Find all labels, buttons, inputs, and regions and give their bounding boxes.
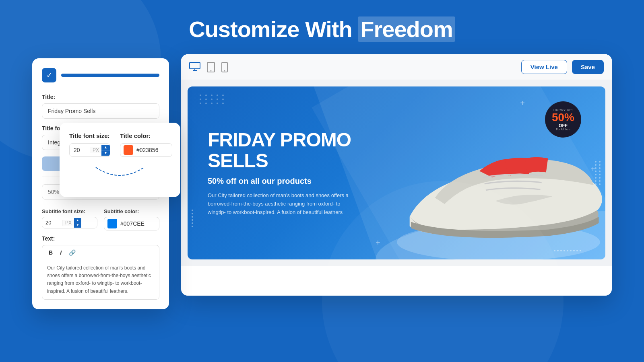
subtitle-color-hex-input[interactable] <box>120 220 153 227</box>
bold-button[interactable]: B <box>47 249 54 257</box>
subtitle-font-unit: PX <box>62 220 74 226</box>
banner-subtitle: 50% off on all our products <box>208 177 397 186</box>
banner-dots-right <box>595 161 601 185</box>
text-editor-content[interactable]: Our City tailored collection of man's bo… <box>42 260 159 300</box>
badge-off-text: OFF <box>559 123 568 128</box>
banner-plus-bottom-center: + <box>376 238 380 247</box>
banner-text: Our City tailored collection of man's bo… <box>208 191 353 216</box>
floating-panel-row: Title font size: PX ▲ ▼ Title color: <box>69 132 171 157</box>
banner-dots-top-left <box>200 95 225 104</box>
save-button[interactable]: Save <box>572 60 604 74</box>
title-font-size-input[interactable] <box>70 144 90 156</box>
banner: + + + <box>188 86 605 259</box>
tablet-device-icon[interactable] <box>207 62 215 72</box>
preview-panel: View Live Save + <box>181 54 612 296</box>
editor-logo-icon: ✓ <box>42 68 56 82</box>
banner-preview: + + + <box>181 80 612 266</box>
floating-panel: Title font size: PX ▲ ▼ Title color: <box>60 123 180 197</box>
title-color-field: Title color: <box>120 132 172 157</box>
editor-title-bar <box>61 74 159 77</box>
title-font-size-input-group: PX ▲ ▼ <box>69 143 110 157</box>
title-font-unit: PX <box>90 147 101 153</box>
subtitle-font-size-stepper[interactable]: ▲ ▼ <box>74 218 81 228</box>
title-font-size-field: Title font size: PX ▲ ▼ <box>69 132 110 157</box>
banner-title: FRIDAY PROMO SELLS <box>208 130 397 172</box>
discount-badge: Hurry Up! 50% OFF For All Item <box>545 101 581 138</box>
subtitle-color-swatch[interactable] <box>107 219 117 228</box>
title-color-hex-input[interactable] <box>136 147 169 153</box>
text-field-label: Text: <box>42 235 159 242</box>
svg-rect-0 <box>190 62 200 69</box>
italic-button[interactable]: I <box>58 249 63 257</box>
subtitle-color-field: Subtitle color: <box>104 208 159 230</box>
view-live-button[interactable]: View Live <box>521 60 567 74</box>
preview-actions: View Live Save <box>521 60 604 74</box>
editor-header: ✓ <box>42 68 159 82</box>
title-color-label: Title color: <box>120 132 172 139</box>
device-icons-group <box>189 62 228 72</box>
title-font-size-label: Title font size: <box>69 132 110 139</box>
subtitle-color-label: Subtitle color: <box>104 208 159 214</box>
badge-sub-text: For All Item <box>556 128 570 131</box>
title-input[interactable] <box>42 103 159 119</box>
mobile-device-icon[interactable] <box>221 62 228 72</box>
svg-point-4 <box>224 70 225 71</box>
link-button[interactable]: 🔗 <box>67 249 77 257</box>
text-content: Our City tailored collection of man's bo… <box>47 265 151 294</box>
subtitle-settings-row: Subtitle font size: PX ▲ ▼ Subtitle colo… <box>42 208 159 230</box>
title-color-swatch[interactable] <box>124 145 133 155</box>
title-color-input-group <box>120 143 172 157</box>
banner-content: FRIDAY PROMO SELLS 50% off on all our pr… <box>188 113 417 233</box>
dashed-connector-svg <box>88 163 152 187</box>
text-editor-toolbar: B I 🔗 <box>42 245 159 260</box>
title-font-size-stepper[interactable]: ▲ ▼ <box>101 145 110 156</box>
subtitle-font-size-input-group: PX ▲ ▼ <box>42 217 97 228</box>
svg-point-2 <box>211 70 212 71</box>
subtitle-color-input-group <box>104 217 159 230</box>
page-title: Customize With Freedom <box>0 0 644 54</box>
subtitle-font-size-input[interactable] <box>42 217 62 228</box>
desktop-device-icon[interactable] <box>189 62 200 71</box>
subtitle-font-size-field: Subtitle font size: PX ▲ ▼ <box>42 208 97 228</box>
preview-toolbar: View Live Save <box>181 54 612 80</box>
badge-percent-text: 50% <box>552 112 574 123</box>
subtitle-font-size-label: Subtitle font size: <box>42 208 97 214</box>
title-field-label: Title: <box>42 94 159 100</box>
banner-plus-top-right: + <box>520 99 525 108</box>
